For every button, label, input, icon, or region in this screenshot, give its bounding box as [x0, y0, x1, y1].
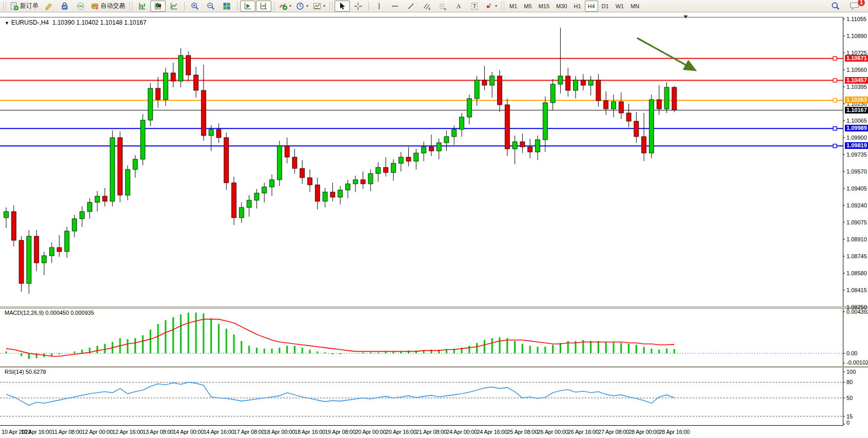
time-tick-label: 19 Apr 08:00 — [325, 429, 356, 435]
text-label-tool[interactable]: T — [467, 1, 482, 12]
indicators-button[interactable]: ▾ — [277, 1, 293, 12]
chat-button[interactable]: 1 — [847, 1, 862, 12]
time-tick-label: 24 Apr 16:00 — [477, 429, 507, 435]
level-price-badge: 1.09819 — [845, 142, 868, 149]
rsi-label: RSI(14) 50.6278 — [5, 369, 46, 375]
new-order-button[interactable]: 新订单 — [8, 1, 41, 12]
vertical-line-icon — [375, 2, 383, 10]
time-tick-label: 26 Apr 16:00 — [568, 429, 599, 435]
price-tick-label: 1.11055 — [846, 16, 866, 22]
bid-price-badge: 1.10167 — [845, 107, 868, 113]
macd-axis: 0.0043930.00-0.001021 — [844, 309, 868, 366]
toolbar-drag-handle — [501, 2, 504, 10]
toolbar-separator — [274, 2, 274, 10]
time-tick-label: 28 Apr 16:00 — [659, 429, 689, 435]
periods-button[interactable]: ▾ — [294, 1, 310, 12]
crosshair-button[interactable] — [350, 1, 366, 12]
macd-tick-label: -0.001021 — [846, 359, 868, 366]
time-tick-label: 26 Apr 00:00 — [538, 429, 568, 435]
text-tool[interactable]: A — [451, 1, 466, 12]
horizontal-line-tool[interactable] — [387, 1, 403, 12]
tab-timeframe-M15[interactable]: M15 — [536, 1, 553, 12]
time-tick-label: 20 Apr 16:00 — [386, 429, 417, 435]
equidistant-channel-tool[interactable]: E — [419, 1, 435, 12]
timeframe-group: M1M5M15M30H1H4D1W1MN — [506, 1, 642, 12]
price-tick-label: 1.09405 — [846, 185, 867, 192]
level-price-badge: 1.09989 — [845, 125, 868, 131]
tile-windows-button[interactable] — [219, 1, 234, 12]
macd-chart[interactable] — [0, 309, 868, 366]
time-tick-label: 21 Apr 08:00 — [416, 429, 447, 435]
time-axis[interactable]: 10 Apr 202310 Apr 16:0011 Apr 08:0012 Ap… — [0, 426, 868, 438]
fibonacci-tool[interactable]: F — [435, 1, 450, 12]
price-chart-pane[interactable]: ▼EURUSD-,H4 1.10390 1.10402 1.10148 1.10… — [0, 12, 868, 307]
tab-timeframe-MN[interactable]: MN — [627, 1, 642, 12]
price-tick-label: 1.10065 — [846, 118, 867, 124]
arrows-tool[interactable]: ▾ — [483, 1, 499, 12]
rsi-tick-label: 100 — [846, 369, 856, 375]
toolbar-separator — [184, 2, 185, 10]
auto-scroll-button[interactable] — [240, 1, 255, 12]
time-tick-label: 17 Apr 08:00 — [234, 429, 265, 435]
candlestick-chart-button[interactable] — [150, 1, 166, 12]
candlestick-chart-icon — [154, 2, 162, 10]
time-tick-label: 14 Apr 16:00 — [203, 429, 234, 435]
rsi-tick-label: 80 — [846, 379, 853, 385]
line-chart-button[interactable] — [166, 1, 182, 12]
zoom-out-button[interactable] — [203, 1, 219, 12]
chevron-down-icon: ▾ — [495, 4, 497, 8]
tab-timeframe-D1[interactable]: D1 — [599, 1, 612, 12]
time-tick-label: 10 Apr 16:00 — [21, 429, 52, 435]
price-tick-label: 1.09900 — [846, 135, 867, 141]
price-tick-label: 1.10560 — [846, 67, 867, 73]
zoom-in-button[interactable] — [187, 1, 203, 12]
signals-button[interactable] — [73, 1, 88, 12]
vertical-line-tool[interactable] — [371, 1, 387, 12]
notification-badge: 1 — [857, 0, 865, 7]
price-axis: 1.110551.108901.107251.105601.103951.102… — [844, 12, 868, 307]
price-tick-label: 1.09075 — [846, 219, 867, 225]
candlestick-chart[interactable] — [0, 12, 868, 307]
price-tick-label: 1.09570 — [846, 168, 867, 175]
time-tick-label: 13 Apr 08:00 — [143, 429, 173, 435]
level-price-badge: 1.10457 — [845, 77, 868, 84]
tab-timeframe-W1[interactable]: W1 — [613, 1, 627, 12]
cursor-button[interactable] — [334, 1, 350, 12]
text-label-icon: T — [471, 3, 478, 10]
price-tick-label: 1.08745 — [846, 253, 867, 259]
bar-chart-button[interactable] — [134, 1, 150, 12]
trendline-tool[interactable] — [403, 1, 419, 12]
price-tick-label: 1.09240 — [846, 202, 867, 208]
level-price-badge: 1.10263 — [845, 97, 868, 103]
cursor-icon — [338, 2, 346, 10]
tab-timeframe-M1[interactable]: M1 — [506, 1, 520, 12]
chart-dropdown-icon[interactable]: ▼ — [5, 21, 9, 26]
search-button[interactable] — [827, 1, 843, 12]
price-tick-label: 1.08910 — [846, 236, 867, 242]
macd-pane[interactable]: MACD(12,26,9) 0.000450 0.000935 0.004393… — [0, 309, 868, 366]
toolbar-drag-handle — [329, 2, 332, 10]
rsi-pane[interactable]: RSI(14) 50.6278 1008050150 — [0, 368, 868, 426]
styles-button[interactable] — [41, 1, 56, 12]
rsi-chart[interactable] — [0, 368, 868, 426]
chart-window: ▼EURUSD-,H4 1.10390 1.10402 1.10148 1.10… — [0, 12, 868, 438]
zoom-in-icon — [191, 2, 199, 10]
crayon-icon — [45, 2, 53, 10]
autotrading-button[interactable]: 自动交易 — [89, 1, 127, 12]
tab-timeframe-H4[interactable]: H4 — [585, 1, 598, 12]
rsi-tick-label: 0 — [846, 420, 850, 426]
chevron-down-icon: ▾ — [323, 4, 325, 8]
tab-timeframe-M5[interactable]: M5 — [521, 1, 535, 12]
new-order-icon — [10, 2, 18, 10]
price-tick-label: 1.09735 — [846, 151, 867, 158]
tab-timeframe-M30[interactable]: M30 — [553, 1, 570, 12]
market-button[interactable] — [57, 1, 72, 12]
tab-timeframe-H1[interactable]: H1 — [570, 1, 584, 12]
toolbar: 新订单 自动交易 — [0, 0, 868, 12]
price-tick-label: 1.08580 — [846, 270, 867, 276]
chart-shift-button[interactable] — [256, 1, 271, 12]
macd-tick-label: 0.004393 — [846, 309, 868, 315]
rsi-axis: 1008050150 — [844, 368, 868, 426]
templates-button[interactable]: ▾ — [311, 1, 327, 12]
time-tick-label: 27 Apr 08:00 — [598, 429, 629, 435]
